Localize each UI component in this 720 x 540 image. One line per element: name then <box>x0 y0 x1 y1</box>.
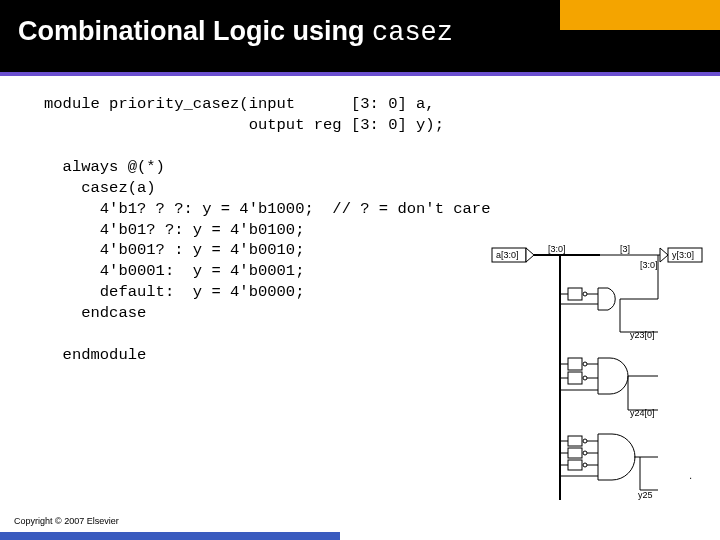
slide-title: Combinational Logic using casez <box>18 16 453 48</box>
svg-point-17 <box>583 362 587 366</box>
header-bar: Combinational Logic using casez <box>0 0 720 72</box>
label-bit3: [3] <box>620 244 630 254</box>
svg-rect-16 <box>568 358 582 370</box>
label-outbus: [3:0] <box>640 260 658 270</box>
svg-rect-28 <box>568 436 582 446</box>
svg-marker-4 <box>660 248 668 262</box>
title-code-word: casez <box>372 18 453 48</box>
circuit-diagram: a[3:0] [3:0] [3] y[3:0] [3:0] y23[0] y24… <box>490 240 710 520</box>
verilog-code: module priority_casez(input [3: 0] a, ou… <box>44 94 490 366</box>
divider-strip <box>0 72 720 76</box>
footer-bar <box>0 532 340 540</box>
label-output-y: y[3:0] <box>672 250 694 260</box>
copyright-text: Copyright © 2007 Elsevier <box>14 516 119 526</box>
label-y25: y25 <box>638 490 653 500</box>
svg-point-21 <box>583 376 587 380</box>
title-text: Combinational Logic using <box>18 16 372 46</box>
svg-point-37 <box>583 463 587 467</box>
dot-mark: . <box>689 470 692 481</box>
svg-rect-20 <box>568 372 582 384</box>
accent-box <box>560 0 720 30</box>
svg-point-8 <box>583 292 587 296</box>
svg-rect-32 <box>568 448 582 458</box>
label-bus30: [3:0] <box>548 244 566 254</box>
svg-rect-36 <box>568 460 582 470</box>
label-input-a: a[3:0] <box>496 250 519 260</box>
svg-marker-1 <box>526 248 534 262</box>
svg-rect-7 <box>568 288 582 300</box>
svg-point-33 <box>583 451 587 455</box>
svg-point-29 <box>583 439 587 443</box>
